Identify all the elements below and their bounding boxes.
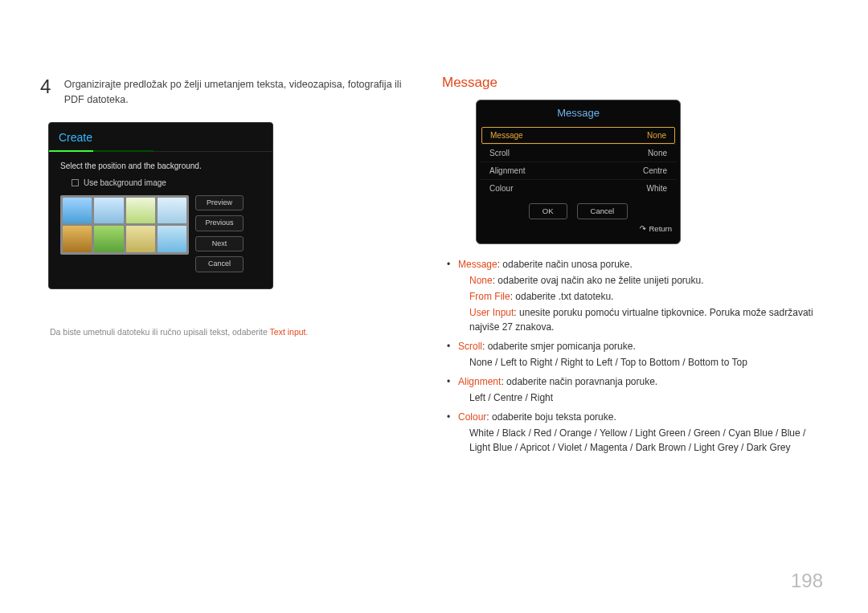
return-icon: ↶ (640, 223, 646, 235)
return-label: Return (649, 224, 672, 233)
row-alignment[interactable]: Alignment Centre (480, 161, 677, 179)
opt-fromfile: From File (469, 291, 510, 302)
row-colour[interactable]: Colour White (480, 179, 677, 197)
bullet-colour-label: Colour (458, 411, 486, 423)
scroll-options: None / Left to Right / Right to Left / T… (458, 355, 820, 370)
ok-button[interactable]: OK (529, 203, 567, 219)
colour-options: White / Black / Red / Orange / Yellow / … (458, 426, 820, 455)
bullet-alignment-text: : odaberite način poravnanja poruke. (501, 376, 657, 387)
row-colour-label: Colour (489, 182, 513, 194)
opt-userinput-text: : unesite poruku pomoću virtualne tipkov… (469, 307, 813, 333)
row-scroll[interactable]: Scroll None (480, 144, 677, 161)
alignment-options: Left / Centre / Right (458, 390, 820, 405)
note-text: Da biste umetnuli datoteku ili ručno upi… (50, 326, 418, 339)
opt-fromfile-text: : odaberite .txt datoteku. (510, 291, 614, 302)
use-bg-checkbox[interactable]: Use background image (60, 177, 261, 189)
note-prefix: Da biste umetnuli datoteku ili ručno upi… (50, 327, 270, 337)
preview-button[interactable]: Preview (195, 195, 244, 211)
row-alignment-label: Alignment (489, 165, 525, 177)
note-emph: Text input (270, 327, 306, 337)
cancel-dialog-button[interactable]: Cancel (577, 203, 628, 219)
bullet-message-text: : odaberite način unosa poruke. (497, 259, 633, 270)
bullet-scroll: Scroll: odaberite smjer pomicanja poruke… (447, 339, 820, 370)
next-button[interactable]: Next (195, 236, 244, 252)
message-panel: Message Message None Scroll None Alignme… (476, 100, 681, 244)
create-subtitle: Select the position and the background. (60, 160, 261, 172)
row-alignment-value: Centre (643, 165, 667, 177)
bullet-scroll-label: Scroll (458, 341, 482, 352)
return-button[interactable]: ↶Return (477, 223, 680, 238)
bullet-message-label: Message (458, 259, 497, 270)
bullet-alignment-label: Alignment (458, 376, 501, 387)
row-colour-value: White (646, 182, 667, 194)
row-message-label: Message (490, 129, 523, 141)
checkbox-icon (72, 179, 79, 186)
checkbox-label: Use background image (84, 177, 166, 189)
opt-userinput: User Input (469, 307, 514, 318)
opt-none: None (469, 275, 493, 286)
message-heading: Message (442, 72, 820, 93)
row-message-value: None (647, 129, 666, 141)
note-suffix: . (306, 327, 309, 337)
row-message[interactable]: Message None (481, 127, 675, 144)
create-panel-title: Create (49, 123, 272, 152)
bullet-alignment: Alignment: odaberite način poravnanja po… (447, 374, 820, 405)
step-number: 4 (40, 72, 53, 101)
row-scroll-label: Scroll (489, 147, 510, 159)
bullet-colour: Colour: odaberite boju teksta poruke. Wh… (447, 410, 820, 455)
create-title-text: Create (59, 131, 92, 144)
cancel-button[interactable]: Cancel (195, 256, 244, 272)
opt-none-text: : odaberite ovaj način ako ne želite uni… (493, 275, 704, 286)
page-number: 198 (791, 566, 823, 595)
bullet-scroll-text: : odaberite smjer pomicanja poruke. (482, 341, 636, 352)
step-text: Organizirajte predložak po želji umetanj… (64, 72, 418, 108)
background-gallery[interactable] (60, 195, 189, 255)
message-panel-title: Message (477, 100, 680, 128)
bullet-colour-text: : odaberite boju teksta poruke. (486, 411, 616, 423)
bullet-message: Message: odaberite način unosa poruke. N… (447, 257, 820, 334)
row-scroll-value: None (648, 147, 667, 159)
previous-button[interactable]: Previous (195, 215, 244, 231)
create-panel: Create Select the position and the backg… (48, 122, 273, 289)
